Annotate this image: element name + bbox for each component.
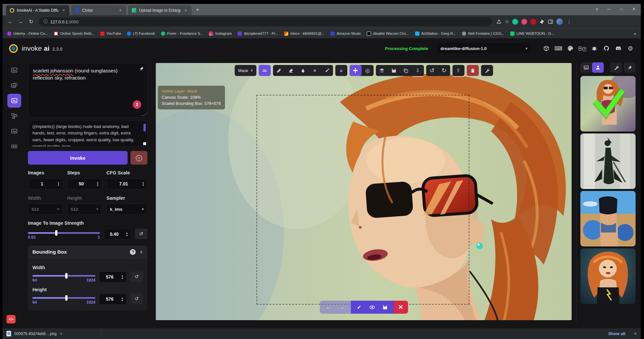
stepper[interactable]: ▴▾ <box>120 274 126 280</box>
bbox-height-input[interactable]: 576 ▴▾ <box>99 294 127 305</box>
tab-invokeai[interactable]: InvokeAI - A Stable Diffusion Too × <box>6 5 69 15</box>
gallery-thumbnail[interactable] <box>580 133 636 189</box>
maximize-button[interactable]: □ <box>617 5 626 13</box>
bookmark-facebook[interactable]: (7) Facebook <box>127 31 155 36</box>
accept-staging-button[interactable]: ✓ <box>353 304 366 310</box>
tab-close-icon[interactable]: × <box>118 8 123 13</box>
unified-canvas[interactable]: Active Layer: Mask Canvas Scale: 108% Sc… <box>156 63 572 320</box>
share-icon[interactable] <box>496 19 502 24</box>
reload-button[interactable]: ↻ <box>27 17 36 26</box>
forward-button[interactable]: → <box>16 17 25 26</box>
gallery-thumbnail-selected[interactable] <box>580 76 636 132</box>
bounding-box-header[interactable]: Bounding Box ? ∧ <box>28 245 147 258</box>
bookmark-udemy[interactable]: Udemy - Online Co... <box>7 31 48 36</box>
slider-thumb[interactable] <box>65 295 68 301</box>
gallery-images-button[interactable] <box>580 62 592 73</box>
erase-bounding-box-button[interactable]: ✕ <box>309 65 321 76</box>
brush-tool-button[interactable] <box>273 65 285 76</box>
strength-reset-button[interactable]: ↺ <box>135 229 147 239</box>
bbox-width-reset-button[interactable]: ↺ <box>130 271 143 282</box>
strength-slider[interactable]: 0.011 <box>28 229 100 240</box>
console-toggle-button[interactable]: </> <box>6 315 16 323</box>
tab-post-processing[interactable] <box>8 125 21 138</box>
tab-close-icon[interactable]: × <box>183 8 188 13</box>
gallery-thumbnail[interactable] <box>580 191 636 246</box>
bounding-box-selection[interactable] <box>256 95 469 305</box>
new-tab-button[interactable]: + <box>193 6 202 14</box>
layer-select[interactable]: Mask▾ <box>234 65 256 76</box>
bbox-height-reset-button[interactable]: ↺ <box>130 294 143 304</box>
merge-visible-button[interactable] <box>376 65 388 76</box>
discord-icon[interactable] <box>614 44 622 52</box>
tab-training[interactable] <box>8 140 21 153</box>
discard-staging-button[interactable]: ✕ <box>394 301 408 314</box>
stepper[interactable]: ▴▾ <box>124 232 131 237</box>
copy-to-clipboard-button[interactable] <box>400 65 412 76</box>
bookmark-artstation[interactable]: ArtStation - Greg R... <box>415 31 456 36</box>
download-item[interactable]: 000979.40d74eb5....png ∧ <box>6 328 101 339</box>
extensions-puzzle-icon[interactable] <box>539 19 545 24</box>
images-input[interactable]: 1 ▴▾ <box>28 178 63 189</box>
minimize-button[interactable]: — <box>604 5 614 13</box>
chevron-up-icon[interactable]: ∧ <box>60 332 62 336</box>
site-info-icon[interactable]: ⓘ <box>43 19 48 25</box>
tab-image-to-image[interactable] <box>8 79 21 92</box>
language-translate-icon[interactable]: A7 <box>578 44 586 52</box>
pink-extension-icon[interactable] <box>521 19 527 25</box>
tab-close-icon[interactable]: × <box>61 8 66 13</box>
browser-menu-icon[interactable]: ⋮ <box>566 19 572 24</box>
bbox-width-input[interactable]: 576 ▴▾ <box>99 271 127 282</box>
gallery-thumbnail[interactable] <box>580 248 636 304</box>
clear-canvas-button[interactable] <box>467 65 479 76</box>
width-select[interactable]: 512▾ <box>28 204 63 215</box>
bookmark-disciple[interactable]: discipleneil777 - Pr... <box>238 31 278 36</box>
model-manager-icon[interactable] <box>542 44 550 52</box>
bookmark-star-icon[interactable]: ☆ <box>505 19 509 25</box>
pin-icon[interactable] <box>139 66 144 71</box>
report-bug-icon[interactable] <box>590 44 598 52</box>
eraser-tool-button[interactable] <box>285 65 297 76</box>
redo-button[interactable]: ↻ <box>438 65 450 76</box>
strength-input[interactable]: 0.40 ▴▾ <box>104 229 131 240</box>
fill-bounding-box-button[interactable] <box>297 65 309 76</box>
previous-image-button[interactable]: ← <box>322 304 335 310</box>
close-window-button[interactable]: × <box>629 5 639 13</box>
scrollbar-thumb[interactable] <box>143 124 146 132</box>
save-to-gallery-button[interactable] <box>388 65 400 76</box>
side-panel-icon[interactable] <box>548 19 553 24</box>
stepper[interactable]: ▴▾ <box>95 181 102 186</box>
save-staged-image-button[interactable] <box>379 305 392 310</box>
bbox-width-slider[interactable]: 641024 <box>32 272 95 282</box>
negative-prompt-textarea[interactable]: ((implants)) (large boobs) nude bad anat… <box>28 120 147 147</box>
pin-gallery-button[interactable] <box>624 62 636 73</box>
canvas-settings-button[interactable] <box>481 65 493 76</box>
stepper[interactable]: ▴▾ <box>56 181 62 186</box>
tab-nodes[interactable] <box>8 109 21 122</box>
bbox-height-slider[interactable]: 641024 <box>32 294 95 305</box>
color-picker-button[interactable] <box>321 65 333 76</box>
stepper[interactable]: ▴▾ <box>120 296 126 302</box>
stepper[interactable]: ▴▾ <box>141 181 147 186</box>
cancel-button[interactable]: ✕ <box>130 151 147 165</box>
bookmark-fiverr[interactable]: Fiverr - Freelance S... <box>161 31 203 36</box>
cfg-scale-input[interactable]: 7.01 ▴▾ <box>106 178 147 189</box>
next-image-button[interactable]: → <box>335 304 349 310</box>
theme-palette-icon[interactable] <box>566 44 574 52</box>
upload-image-button[interactable]: ⇧ <box>452 65 464 76</box>
move-tool-button[interactable] <box>350 65 362 76</box>
bookmark-neil-fontaine[interactable]: Neil Fontaine | CGS... <box>462 31 504 36</box>
model-select[interactable]: dreamlike-diffusion-1.0 ▾ <box>437 43 531 54</box>
tab-search-icon[interactable]: ∨ <box>592 5 602 13</box>
reset-view-button[interactable]: ◎ <box>362 65 374 76</box>
tab-unified-canvas[interactable] <box>8 94 21 107</box>
chevron-up-icon[interactable]: ∧ <box>140 249 143 254</box>
github-icon[interactable] <box>602 44 610 52</box>
bookmarks-overflow-icon[interactable]: » <box>634 31 636 36</box>
gallery-uploads-button[interactable] <box>592 62 604 73</box>
bookmark-amazon-music[interactable]: Amazon Music <box>330 31 361 36</box>
slider-thumb[interactable] <box>55 230 57 236</box>
slider-thumb[interactable] <box>65 273 68 279</box>
mask-options-button[interactable]: ∞ <box>259 65 271 76</box>
tab-civitai[interactable]: Civitai × <box>71 5 126 15</box>
tab-upload-image[interactable]: Upload Image to Enlarge & Enha × <box>128 5 192 15</box>
